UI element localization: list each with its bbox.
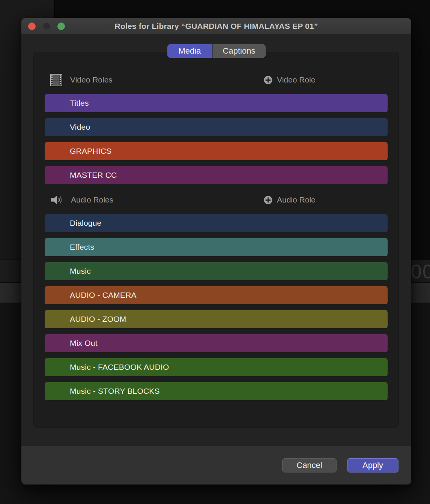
video-roles-header: Video Roles Video Role [45, 71, 387, 89]
cancel-button[interactable]: Cancel [282, 458, 337, 472]
plus-icon [264, 196, 272, 204]
plus-icon [264, 76, 272, 84]
role-bar[interactable]: MASTER CC [45, 166, 388, 184]
role-bar[interactable]: Music [45, 262, 388, 280]
role-bar[interactable]: AUDIO - ZOOM [45, 310, 388, 328]
timecode-fragment: 00 [411, 261, 430, 282]
film-icon [50, 74, 62, 86]
add-video-role-button[interactable]: Video Role [264, 71, 315, 89]
add-audio-role-button[interactable]: Audio Role [264, 191, 316, 209]
tab-bar: Media Captions [21, 44, 411, 58]
roles-dialog: Roles for Library “GUARDIAN OF HIMALAYAS… [21, 18, 411, 484]
video-roles-title: Video Roles [70, 75, 113, 84]
role-label: Dialogue [70, 219, 102, 228]
role-bar[interactable]: Dialogue [45, 214, 388, 232]
role-label: Video [70, 123, 90, 132]
role-label: Titles [70, 99, 89, 108]
role-bar[interactable]: Effects [45, 238, 388, 256]
role-label: AUDIO - ZOOM [70, 315, 126, 324]
tab-media[interactable]: Media [167, 44, 212, 58]
role-bar[interactable]: Music - FACEBOOK AUDIO [45, 358, 388, 376]
role-label: MASTER CC [70, 171, 117, 180]
video-role-list: TitlesVideoGRAPHICSMASTER CC [45, 94, 388, 184]
speaker-icon [50, 194, 63, 206]
dialog-footer: Cancel Apply [21, 446, 411, 484]
role-label: GRAPHICS [70, 147, 111, 156]
role-bar[interactable]: Music - STORY BLOCKS [45, 382, 388, 400]
add-audio-role-label: Audio Role [277, 195, 316, 204]
tab-captions[interactable]: Captions [212, 44, 266, 58]
audio-roles-title: Audio Roles [71, 195, 113, 204]
role-bar[interactable]: Video [45, 118, 388, 136]
role-label: Effects [70, 243, 94, 252]
role-bar[interactable]: Mix Out [45, 334, 388, 352]
add-video-role-label: Video Role [277, 75, 315, 84]
role-bar[interactable]: Titles [45, 94, 388, 112]
roles-panel: Video Roles Video Role TitlesVideoGRAPHI… [33, 52, 399, 428]
dialog-title: Roles for Library “GUARDIAN OF HIMALAYAS… [21, 18, 411, 34]
dialog-titlebar[interactable]: Roles for Library “GUARDIAN OF HIMALAYAS… [21, 18, 411, 34]
role-bar[interactable]: AUDIO - CAMERA [45, 286, 388, 304]
role-label: AUDIO - CAMERA [70, 291, 137, 300]
audio-role-list: DialogueEffectsMusicAUDIO - CAMERAAUDIO … [45, 214, 388, 400]
apply-button[interactable]: Apply [347, 458, 398, 472]
segmented-control: Media Captions [167, 44, 266, 58]
role-bar[interactable]: GRAPHICS [45, 142, 388, 160]
role-label: Music - FACEBOOK AUDIO [70, 363, 169, 372]
role-label: Music - STORY BLOCKS [70, 387, 160, 396]
role-label: Mix Out [70, 339, 98, 348]
audio-roles-header: Audio Roles Audio Role [45, 191, 387, 209]
role-label: Music [70, 267, 91, 276]
screen: { "window": { "title": "Roles for Librar… [0, 0, 430, 504]
